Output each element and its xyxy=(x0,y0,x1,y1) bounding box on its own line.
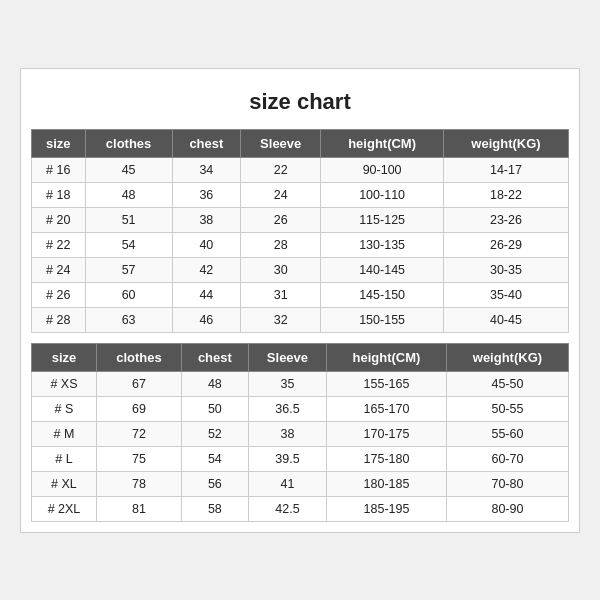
table2-body: # XS674835155-16545-50# S695036.5165-170… xyxy=(32,371,569,521)
table-cell: 41 xyxy=(248,471,326,496)
table1-body: # 1645342290-10014-17# 18483624100-11018… xyxy=(32,157,569,332)
size-table-2: sizeclotheschestSleeveheight(CM)weight(K… xyxy=(31,343,569,522)
table-row: # 18483624100-11018-22 xyxy=(32,182,569,207)
table-cell: 175-180 xyxy=(327,446,447,471)
table-cell: 30-35 xyxy=(443,257,568,282)
table-row: # S695036.5165-17050-55 xyxy=(32,396,569,421)
table-cell: 67 xyxy=(96,371,181,396)
table-cell: 42.5 xyxy=(248,496,326,521)
table-cell: 80-90 xyxy=(446,496,568,521)
table-cell: 30 xyxy=(241,257,321,282)
table-cell: 60 xyxy=(85,282,172,307)
table-cell: 46 xyxy=(172,307,241,332)
table-cell: 50 xyxy=(181,396,248,421)
table-cell: 78 xyxy=(96,471,181,496)
table-cell: # 24 xyxy=(32,257,86,282)
table-cell: 14-17 xyxy=(443,157,568,182)
table-cell: 44 xyxy=(172,282,241,307)
table-cell: 54 xyxy=(181,446,248,471)
table-cell: 26-29 xyxy=(443,232,568,257)
table-cell: 185-195 xyxy=(327,496,447,521)
table-row: # 24574230140-14530-35 xyxy=(32,257,569,282)
column-header: height(CM) xyxy=(327,343,447,371)
table-cell: # 16 xyxy=(32,157,86,182)
table-cell: 39.5 xyxy=(248,446,326,471)
table-cell: 40 xyxy=(172,232,241,257)
table-cell: # 2XL xyxy=(32,496,97,521)
table-cell: 32 xyxy=(241,307,321,332)
table-cell: 57 xyxy=(85,257,172,282)
size-table-1: sizeclotheschestSleeveheight(CM)weight(K… xyxy=(31,129,569,333)
table-cell: 48 xyxy=(85,182,172,207)
table-cell: 23-26 xyxy=(443,207,568,232)
table-cell: 75 xyxy=(96,446,181,471)
table1-header-row: sizeclotheschestSleeveheight(CM)weight(K… xyxy=(32,129,569,157)
table-cell: 45 xyxy=(85,157,172,182)
table-cell: 140-145 xyxy=(321,257,444,282)
table-cell: # M xyxy=(32,421,97,446)
table-cell: 58 xyxy=(181,496,248,521)
table-cell: 45-50 xyxy=(446,371,568,396)
table-cell: 48 xyxy=(181,371,248,396)
column-header: weight(KG) xyxy=(443,129,568,157)
column-header: Sleeve xyxy=(241,129,321,157)
table-cell: 52 xyxy=(181,421,248,446)
table-cell: 63 xyxy=(85,307,172,332)
table1-header: sizeclotheschestSleeveheight(CM)weight(K… xyxy=(32,129,569,157)
table-row: # 26604431145-15035-40 xyxy=(32,282,569,307)
table2-header: sizeclotheschestSleeveheight(CM)weight(K… xyxy=(32,343,569,371)
table2-header-row: sizeclotheschestSleeveheight(CM)weight(K… xyxy=(32,343,569,371)
table-cell: 72 xyxy=(96,421,181,446)
table-cell: 90-100 xyxy=(321,157,444,182)
table-cell: 40-45 xyxy=(443,307,568,332)
table-cell: # XL xyxy=(32,471,97,496)
table-cell: 180-185 xyxy=(327,471,447,496)
table-cell: 55-60 xyxy=(446,421,568,446)
table-cell: 18-22 xyxy=(443,182,568,207)
table-cell: # L xyxy=(32,446,97,471)
table-cell: # 20 xyxy=(32,207,86,232)
table-cell: 170-175 xyxy=(327,421,447,446)
column-header: size xyxy=(32,343,97,371)
table-cell: 54 xyxy=(85,232,172,257)
table-cell: 115-125 xyxy=(321,207,444,232)
table-cell: # 26 xyxy=(32,282,86,307)
table-cell: 50-55 xyxy=(446,396,568,421)
table-cell: 165-170 xyxy=(327,396,447,421)
table-cell: 28 xyxy=(241,232,321,257)
chart-title: size chart xyxy=(31,79,569,129)
table-cell: # 28 xyxy=(32,307,86,332)
table-cell: 22 xyxy=(241,157,321,182)
table-cell: # XS xyxy=(32,371,97,396)
table-cell: 31 xyxy=(241,282,321,307)
column-header: weight(KG) xyxy=(446,343,568,371)
table-cell: 150-155 xyxy=(321,307,444,332)
table-cell: 26 xyxy=(241,207,321,232)
table-cell: 36.5 xyxy=(248,396,326,421)
table-cell: 38 xyxy=(248,421,326,446)
table-cell: 35-40 xyxy=(443,282,568,307)
table-row: # 22544028130-13526-29 xyxy=(32,232,569,257)
table-row: # XS674835155-16545-50 xyxy=(32,371,569,396)
column-header: chest xyxy=(172,129,241,157)
table-cell: 42 xyxy=(172,257,241,282)
table-row: # 1645342290-10014-17 xyxy=(32,157,569,182)
column-header: size xyxy=(32,129,86,157)
table-cell: 34 xyxy=(172,157,241,182)
table-row: # 20513826115-12523-26 xyxy=(32,207,569,232)
column-header: clothes xyxy=(85,129,172,157)
table-cell: # 22 xyxy=(32,232,86,257)
table-row: # 28634632150-15540-45 xyxy=(32,307,569,332)
table-row: # XL785641180-18570-80 xyxy=(32,471,569,496)
table-cell: 35 xyxy=(248,371,326,396)
table-cell: 130-135 xyxy=(321,232,444,257)
table-cell: 81 xyxy=(96,496,181,521)
column-header: chest xyxy=(181,343,248,371)
table-cell: 51 xyxy=(85,207,172,232)
column-header: clothes xyxy=(96,343,181,371)
table-row: # L755439.5175-18060-70 xyxy=(32,446,569,471)
table-cell: # 18 xyxy=(32,182,86,207)
table-cell: 60-70 xyxy=(446,446,568,471)
table-cell: 24 xyxy=(241,182,321,207)
table-cell: 56 xyxy=(181,471,248,496)
